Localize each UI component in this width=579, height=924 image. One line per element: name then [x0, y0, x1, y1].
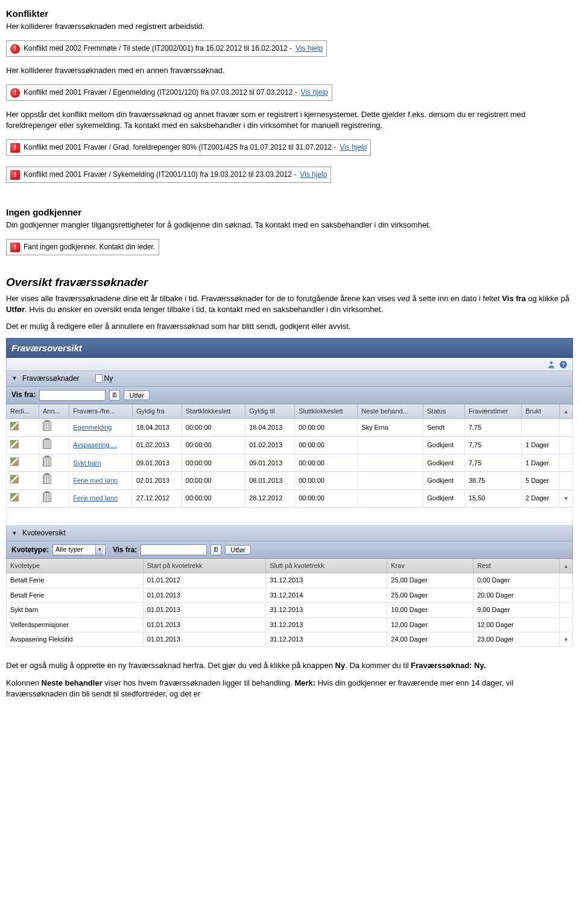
text: viser hos hvem fraværssøknaden ligger ti…: [103, 678, 295, 687]
new-button[interactable]: Ny: [95, 374, 113, 384]
cell-used: 1 Dager: [522, 436, 560, 454]
utfor-button-quota[interactable]: Utfør: [225, 545, 250, 555]
edit-icon[interactable]: [10, 475, 19, 483]
show-help-link[interactable]: Vis hjelp: [301, 88, 328, 98]
cell-to: 18.04.2013: [245, 419, 295, 436]
show-help-link[interactable]: Vis hjelp: [300, 170, 327, 180]
edit-icon[interactable]: [10, 422, 19, 430]
text-bold: Merk:: [294, 678, 315, 687]
paragraph: Det er også mulig å opprette en ny fravæ…: [6, 660, 573, 671]
conflict-alert: ! Konflikt med 2002 Fremmøte / Til stede…: [6, 40, 327, 57]
cell-next: [358, 436, 423, 454]
select-value: Alle typer: [55, 545, 83, 554]
cell-to: 01.02.2013: [245, 436, 295, 454]
scrollbar-track[interactable]: [560, 573, 573, 588]
scroll-up[interactable]: ▲: [560, 559, 573, 573]
collapse-icon[interactable]: ▼: [11, 529, 17, 538]
scrollbar-track[interactable]: [560, 419, 573, 436]
cell-quota-start: 01.01.2013: [143, 603, 265, 617]
chevron-down-icon: ▼: [95, 545, 104, 555]
text-bold: Neste behandler: [42, 678, 103, 687]
error-icon: !: [10, 243, 20, 252]
cell-end: 00:00:00: [295, 436, 358, 454]
help-icon[interactable]: ?: [559, 360, 568, 369]
cell-used: 2 Dager: [522, 489, 560, 507]
scrollbar-track[interactable]: [560, 436, 573, 454]
delete-icon[interactable]: [43, 492, 51, 502]
cell-quota-type: Velferdspermisjoner: [7, 617, 144, 632]
scrollbar-track[interactable]: [560, 454, 573, 472]
cell-status: Godkjent: [423, 472, 465, 489]
cell-start: 00:00:00: [182, 489, 245, 507]
utfor-button[interactable]: Utfør: [124, 390, 149, 400]
edit-icon[interactable]: [10, 493, 19, 502]
cell-to: 08.01.2013: [245, 472, 295, 489]
delete-icon[interactable]: [43, 421, 51, 431]
cell-quota-req: 25,00 Dager: [387, 573, 473, 588]
col-status[interactable]: Status: [423, 404, 465, 419]
table-row: Avspasering Fleksitid01.01.201331.12.201…: [7, 632, 573, 646]
delete-icon[interactable]: [43, 474, 51, 484]
cell-start: 00:00:00: [182, 436, 245, 454]
scrollbar-track[interactable]: [560, 588, 573, 602]
col-quota-type[interactable]: Kvotetype: [7, 559, 144, 573]
absence-type-link[interactable]: Ferie med lønn: [73, 494, 118, 502]
text-bold: Ny: [335, 661, 346, 670]
collapse-icon[interactable]: ▼: [11, 374, 17, 383]
show-help-link[interactable]: Vis hjelp: [296, 43, 323, 54]
col-to[interactable]: Gyldig til: [245, 404, 295, 419]
col-end[interactable]: Sluttklokkeslett: [295, 404, 358, 419]
text: Kolonnen: [6, 678, 42, 687]
panel-toolbar: ?: [6, 358, 573, 371]
edit-icon[interactable]: [10, 440, 19, 448]
col-quota-rest[interactable]: Rest: [473, 559, 560, 573]
col-delete[interactable]: Ann...: [39, 404, 69, 419]
scrollbar-track[interactable]: [560, 617, 573, 632]
edit-icon[interactable]: [10, 457, 19, 466]
cell-quota-type: Betalt Ferie: [7, 573, 144, 588]
absence-type-link[interactable]: Ferie med lønn: [73, 477, 118, 484]
conflict-alert: ! Konflikt med 2001 Fravær / Grad. forel…: [6, 139, 371, 156]
subsection-quota[interactable]: ▼ Kvoteoversikt: [6, 526, 573, 541]
table-row: Betalt Ferie01.01.201231.12.201325,00 Da…: [7, 573, 573, 588]
cell-quota-req: 24,00 Dager: [387, 632, 473, 646]
col-quota-start[interactable]: Start på kvotetrekk: [143, 559, 265, 573]
scrollbar-track[interactable]: [560, 472, 573, 489]
absence-type-link[interactable]: Egenmelding: [73, 424, 112, 431]
col-type[interactable]: Fraværs-/fre...: [69, 404, 133, 419]
vis-fra-input-quota[interactable]: [141, 544, 207, 555]
person-icon[interactable]: [547, 360, 555, 369]
scroll-down[interactable]: ▼: [560, 632, 573, 646]
calendar-icon[interactable]: 🗓: [109, 390, 120, 401]
scroll-up[interactable]: ▲: [560, 404, 573, 419]
col-next[interactable]: Neste behand...: [358, 404, 423, 419]
spacer-row: [7, 508, 573, 526]
absence-type-link[interactable]: Sykt barn: [73, 459, 101, 467]
col-used[interactable]: Brukt: [522, 404, 560, 419]
show-help-link[interactable]: Vis hjelp: [340, 142, 367, 153]
cell-end: 00:00:00: [295, 472, 358, 489]
cell-from: 01.02.2013: [132, 436, 182, 454]
delete-icon[interactable]: [43, 457, 51, 467]
kvotetype-select[interactable]: Alle typer ▼: [52, 544, 106, 555]
scroll-down[interactable]: ▼: [560, 489, 573, 507]
table-row: Egenmelding18.04.201300:00:0018.04.20130…: [7, 419, 573, 436]
col-start[interactable]: Startklokkeslett: [182, 404, 245, 419]
col-hours[interactable]: Fraværstimer: [464, 404, 521, 419]
cell-quota-rest: 0,00 Dager: [473, 573, 560, 588]
vis-fra-input[interactable]: [39, 390, 106, 401]
delete-icon[interactable]: [43, 439, 51, 449]
col-edit[interactable]: Redi...: [7, 404, 39, 419]
calendar-icon[interactable]: 🗓: [210, 544, 221, 555]
cell-quota-req: 12,00 Dager: [387, 617, 473, 632]
alert-text: Konflikt med 2001 Fravær / Egenmelding (…: [24, 88, 297, 98]
scrollbar-track[interactable]: [560, 603, 573, 617]
cell-next: [358, 454, 423, 472]
col-quota-req[interactable]: Krav: [387, 559, 473, 573]
paragraph: Kolonnen Neste behandler viser hos hvem …: [6, 678, 573, 699]
col-from[interactable]: Gyldig fra: [132, 404, 182, 419]
subsection-applications[interactable]: ▼ Fraværssøknader Ny: [6, 371, 573, 387]
paragraph: Din godkjenner mangler tilgangsrettighet…: [6, 220, 573, 231]
col-quota-end[interactable]: Slutt på kvotetrekk: [266, 559, 387, 573]
absence-type-link[interactable]: Avspasering ...: [73, 441, 117, 448]
